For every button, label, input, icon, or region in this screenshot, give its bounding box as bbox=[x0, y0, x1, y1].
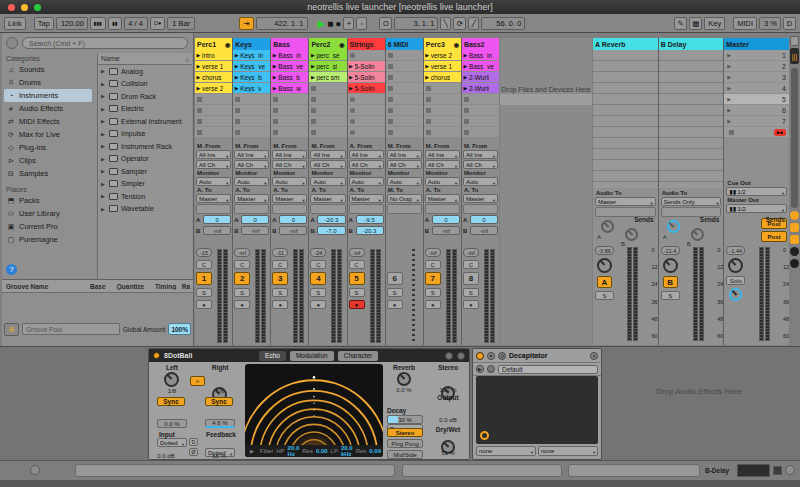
empty-clip-slot[interactable] bbox=[348, 94, 385, 104]
stereo-link-icon[interactable]: ∞ bbox=[190, 376, 205, 386]
clip-intro[interactable]: ▶intro bbox=[195, 50, 232, 60]
empty-clip-slot[interactable] bbox=[271, 127, 308, 137]
volume-knob-value[interactable]: -15 bbox=[196, 248, 212, 257]
clip-play-icon[interactable]: ▶ bbox=[424, 52, 431, 58]
sidebar-item-clips[interactable]: ⊳Clips bbox=[4, 154, 92, 167]
place-item-puremagne[interactable]: ▢Puremagne bbox=[4, 233, 92, 246]
clip-stop-icon[interactable] bbox=[235, 119, 240, 124]
solo-button[interactable]: S bbox=[349, 288, 365, 297]
sidebar-item-plug-ins[interactable]: ◇Plug-ins bbox=[4, 141, 92, 154]
output-value[interactable]: 0.0 dB bbox=[431, 417, 465, 423]
browser-item-drum-rack[interactable]: ▶Drum Rack bbox=[98, 90, 192, 103]
pan-knob[interactable]: C bbox=[234, 260, 250, 269]
master-header[interactable]: Master bbox=[724, 38, 789, 50]
clip-stop-icon[interactable] bbox=[197, 108, 202, 113]
empty-clip-slot[interactable] bbox=[462, 127, 499, 137]
help-icon[interactable]: ? bbox=[6, 264, 17, 275]
reverb-value[interactable]: 0.0 % bbox=[387, 387, 421, 393]
empty-clip-slot[interactable] bbox=[233, 116, 270, 126]
send-amount[interactable]: -20.3 bbox=[317, 215, 345, 224]
expand-icon[interactable]: ▶ bbox=[100, 81, 106, 87]
close-icon[interactable]: ✕ bbox=[590, 352, 598, 360]
cue-volume-knob[interactable] bbox=[729, 288, 742, 301]
solo-button[interactable]: S bbox=[425, 288, 441, 297]
quantize-menu-icon[interactable]: O● bbox=[150, 17, 166, 30]
track-header[interactable]: Strings bbox=[348, 38, 385, 50]
track-header[interactable]: Bass2 bbox=[462, 38, 499, 50]
clip-verse-2[interactable]: ▶verse 2 bbox=[195, 83, 232, 93]
d-button[interactable]: D bbox=[189, 438, 198, 446]
clip-play-icon[interactable]: ▶ bbox=[348, 63, 355, 69]
output-dropdown[interactable]: Master bbox=[234, 194, 269, 203]
solo-button[interactable]: S bbox=[234, 288, 250, 297]
quantize-value[interactable]: 1 Bar bbox=[167, 17, 195, 30]
clip-stop-icon[interactable] bbox=[350, 119, 355, 124]
scene-play-icon[interactable]: ▶ bbox=[727, 85, 731, 91]
volume-knob[interactable] bbox=[663, 258, 678, 273]
follow-button[interactable]: ⇥ bbox=[239, 17, 253, 30]
computer-midi-keyboard-icon[interactable]: ▦ bbox=[689, 17, 702, 30]
expand-icon[interactable]: ▶ bbox=[100, 168, 106, 174]
track-activator-button[interactable]: 3 bbox=[272, 272, 288, 285]
drywet-value[interactable]: 51 % bbox=[431, 450, 465, 456]
clip-stop-icon[interactable] bbox=[350, 130, 355, 135]
empty-clip-slot[interactable] bbox=[195, 116, 232, 126]
clip-bass-ve[interactable]: ▶Bass_ve bbox=[271, 61, 308, 71]
track-activator-button[interactable]: 7 bbox=[425, 272, 441, 285]
metronome2-icon[interactable]: ▮▮ bbox=[108, 17, 122, 30]
audio-to-dropdown[interactable]: Master bbox=[595, 197, 656, 206]
preset-name-field[interactable]: Default bbox=[498, 365, 598, 374]
monitor-dropdown[interactable]: Auto bbox=[463, 177, 498, 186]
clip-play-icon[interactable]: ▶ bbox=[271, 52, 278, 58]
place-item-packs[interactable]: ⬒Packs bbox=[4, 194, 92, 207]
groove-pool-label[interactable]: Groove Pool bbox=[22, 323, 120, 335]
show-sends-toggle-icon[interactable] bbox=[790, 223, 799, 232]
scene-play-icon[interactable]: ▶ bbox=[727, 52, 731, 58]
tab-modulation[interactable]: Modulation bbox=[290, 351, 334, 361]
empty-clip-slot[interactable] bbox=[386, 127, 423, 137]
scene-4[interactable]: ▶4 bbox=[724, 83, 789, 93]
clip-stop-icon[interactable] bbox=[464, 97, 469, 102]
empty-clip-slot[interactable] bbox=[386, 72, 423, 82]
solo-button[interactable]: S bbox=[272, 288, 288, 297]
pan-knob[interactable]: C bbox=[349, 260, 365, 269]
output-dropdown[interactable]: Master bbox=[272, 194, 307, 203]
lp-value[interactable]: 20.0 kHz bbox=[341, 445, 353, 457]
expand-icon[interactable]: ▶ bbox=[100, 68, 106, 74]
empty-clip-slot[interactable] bbox=[386, 94, 423, 104]
empty-clip-slot[interactable] bbox=[424, 116, 461, 126]
clip-play-icon[interactable]: ▶ bbox=[195, 52, 202, 58]
clip-stop-icon[interactable] bbox=[273, 130, 278, 135]
send-a-knob[interactable] bbox=[667, 220, 680, 233]
plugin-edit-icon[interactable]: ⚙ bbox=[498, 352, 506, 360]
send-amount[interactable]: -inf bbox=[279, 226, 307, 235]
window-split-icon[interactable] bbox=[790, 36, 799, 46]
clip-keys-in[interactable]: ▶Keys_in bbox=[233, 50, 270, 60]
mode-midside-button[interactable]: Mid/Side bbox=[387, 450, 423, 459]
send-amount[interactable]: -9.5 bbox=[356, 215, 384, 224]
send-amount[interactable]: -7.0 bbox=[317, 226, 345, 235]
return-activator-button[interactable]: B bbox=[663, 276, 678, 288]
scene-1[interactable]: ▶1 bbox=[724, 50, 789, 60]
monitor-dropdown[interactable]: Auto bbox=[387, 177, 422, 186]
input-channel-dropdown[interactable]: All Ch bbox=[310, 160, 345, 169]
volume-knob-value[interactable]: -24 bbox=[310, 248, 326, 257]
punch-in-icon[interactable]: ╲ bbox=[440, 17, 451, 30]
clip-bass-ve[interactable]: ▶Bass_ve bbox=[462, 61, 499, 71]
empty-clip-slot[interactable] bbox=[309, 94, 346, 104]
clip-play-icon[interactable]: ▶ bbox=[233, 85, 240, 91]
expand-icon[interactable]: ▶ bbox=[100, 131, 106, 137]
volume-knob-value[interactable]: -3.86 bbox=[595, 246, 614, 255]
clip-keys-ve[interactable]: ▶Keys_ve bbox=[233, 61, 270, 71]
return-header[interactable]: B Delay bbox=[659, 38, 724, 50]
stop-button[interactable]: ■ bbox=[327, 18, 333, 29]
clip-play-icon[interactable]: ▶ bbox=[348, 74, 355, 80]
empty-clip-slot[interactable] bbox=[386, 83, 423, 93]
browser-item-analog[interactable]: ▶Analog bbox=[98, 65, 192, 78]
loop-length-display[interactable]: 56. 0. 0 bbox=[481, 17, 525, 30]
track-header[interactable]: Perc3◉ bbox=[424, 38, 461, 50]
vertical-scrollbar[interactable] bbox=[791, 68, 798, 208]
empty-clip-slot[interactable] bbox=[386, 50, 423, 60]
clip-stop-icon[interactable] bbox=[197, 97, 202, 102]
scene-play-icon[interactable]: ▶ bbox=[727, 107, 731, 113]
